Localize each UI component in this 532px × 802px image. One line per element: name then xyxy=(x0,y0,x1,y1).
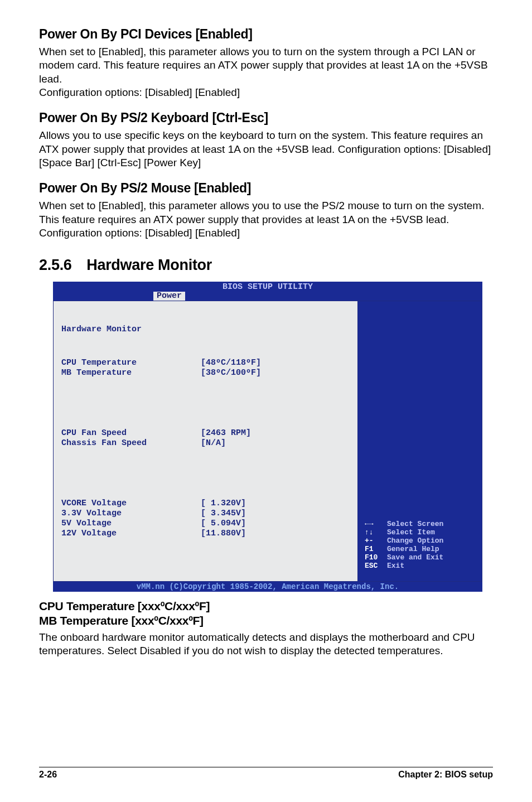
bios-row-label: MB Temperature xyxy=(61,368,201,378)
bios-row: MB Temperature[38ºC/100ºF] xyxy=(61,368,352,378)
body-pci-devices: When set to [Enabled], this parameter al… xyxy=(39,45,493,99)
heading-hardware-monitor: 2.5.6 Hardware Monitor xyxy=(39,257,493,274)
bios-row: 5V Voltage[ 5.094V] xyxy=(61,519,352,529)
bios-row: CPU Temperature[48ºC/118ºF] xyxy=(61,358,352,368)
bios-help-key: F1 xyxy=(365,545,387,553)
bios-help-key: +- xyxy=(365,537,387,545)
page-footer: 2-26 Chapter 2: BIOS setup xyxy=(39,767,493,780)
bios-panel-title: Hardware Monitor xyxy=(61,325,352,335)
bios-help-row: ESCExit xyxy=(365,562,443,570)
body-temps: The onboard hardware monitor automatical… xyxy=(39,631,493,658)
bios-help-text: Select Item xyxy=(387,528,435,537)
heading-pci-devices: Power On By PCI Devices [Enabled] xyxy=(39,27,493,42)
bios-help-row: F1General Help xyxy=(365,545,443,553)
heading-cpu-temp: CPU Temperature [xxxºC/xxxºF] xyxy=(39,600,493,613)
bios-row: VCORE Voltage[ 1.320V] xyxy=(61,499,352,509)
bios-footer: vMM.nn (C)Copyright 1985-2002, American … xyxy=(53,582,482,592)
bios-help-key: F10 xyxy=(365,553,387,562)
bios-row-value: [N/A] xyxy=(201,438,226,448)
bios-row: 12V Voltage[11.880V] xyxy=(61,529,352,539)
bios-title: BIOS SETUP UTILITY xyxy=(53,282,482,292)
bios-row-value: [ 1.320V] xyxy=(201,499,246,509)
bios-row-label: 12V Voltage xyxy=(61,529,201,539)
bios-help-text: Change Option xyxy=(387,537,443,545)
chapter-label: Chapter 2: BIOS setup xyxy=(398,770,493,780)
heading-ps2-keyboard: Power On By PS/2 Keyboard [Ctrl-Esc] xyxy=(39,110,493,125)
page-number: 2-26 xyxy=(39,770,57,780)
bios-help-text: General Help xyxy=(387,545,439,553)
bios-help-row: +-Change Option xyxy=(365,537,443,545)
bios-help-key: ESC xyxy=(365,562,387,570)
body-ps2-mouse: When set to [Enabled], this parameter al… xyxy=(39,199,493,240)
bios-help-row: F10Save and Exit xyxy=(365,553,443,562)
bios-row-label: 3.3V Voltage xyxy=(61,509,201,519)
bios-row-label: 5V Voltage xyxy=(61,519,201,529)
bios-tab-power: Power xyxy=(153,292,185,301)
bios-row-label: CPU Temperature xyxy=(61,358,201,368)
bios-row-value: [ 3.345V] xyxy=(201,509,246,519)
bios-help-key: ←→ xyxy=(365,520,387,528)
bios-screenshot: BIOS SETUP UTILITY Power Hardware Monito… xyxy=(53,282,482,592)
body-ps2-keyboard: Allows you to use specific keys on the k… xyxy=(39,129,493,170)
bios-row: CPU Fan Speed[2463 RPM] xyxy=(61,428,352,438)
bios-help-text: Select Screen xyxy=(387,520,443,528)
bios-help-text: Exit xyxy=(387,562,404,570)
bios-row-label: CPU Fan Speed xyxy=(61,428,201,438)
bios-help-text: Save and Exit xyxy=(387,553,443,562)
bios-row-label: Chassis Fan Speed xyxy=(61,438,201,448)
bios-row-value: [11.880V] xyxy=(201,529,246,539)
bios-row: Chassis Fan Speed[N/A] xyxy=(61,438,352,448)
bios-row-value: [48ºC/118ºF] xyxy=(201,358,261,368)
bios-help-key: ↑↓ xyxy=(365,528,387,537)
bios-tab-row: Power xyxy=(53,292,482,301)
bios-row-value: [38ºC/100ºF] xyxy=(201,368,261,378)
bios-help-row: ↑↓Select Item xyxy=(365,528,443,537)
bios-row-value: [2463 RPM] xyxy=(201,428,251,438)
bios-help-block: ←→Select Screen↑↓Select Item+-Change Opt… xyxy=(365,520,443,570)
bios-row-value: [ 5.094V] xyxy=(201,519,246,529)
heading-mb-temp: MB Temperature [xxxºC/xxxºF] xyxy=(39,614,493,627)
bios-row-label: VCORE Voltage xyxy=(61,499,201,509)
bios-left-pane: Hardware Monitor CPU Temperature[48ºC/11… xyxy=(53,301,357,582)
bios-right-pane: ←→Select Screen↑↓Select Item+-Change Opt… xyxy=(357,301,482,582)
bios-help-row: ←→Select Screen xyxy=(365,520,443,528)
heading-ps2-mouse: Power On By PS/2 Mouse [Enabled] xyxy=(39,181,493,196)
bios-row: 3.3V Voltage[ 3.345V] xyxy=(61,509,352,519)
